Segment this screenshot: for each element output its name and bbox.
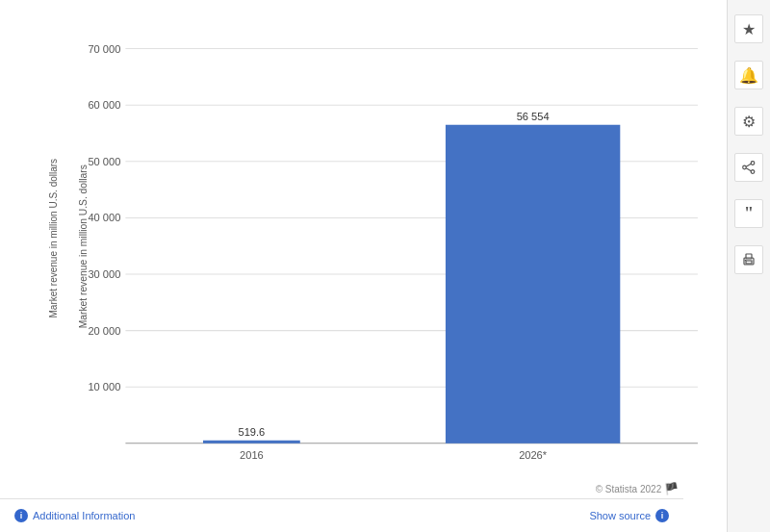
info-icon: i	[14, 509, 28, 522]
chart-inner: 70 000 60 000 50 000 40 000 30 000 20 00…	[77, 29, 707, 484]
svg-text:2026*: 2026*	[519, 449, 548, 461]
statista-credit: © Statista 2022 🏴	[596, 482, 679, 495]
additional-info-button[interactable]: i Additional Information	[14, 509, 135, 522]
print-icon[interactable]	[734, 245, 763, 274]
svg-text:50 000: 50 000	[88, 156, 120, 167]
svg-text:10 000: 10 000	[88, 381, 120, 393]
bookmark-icon[interactable]: ★	[734, 14, 763, 43]
gear-icon[interactable]: ⚙	[734, 107, 763, 136]
flag-icon: 🏴	[664, 482, 679, 495]
footer-right: Show source i	[589, 509, 669, 522]
svg-text:2016: 2016	[240, 449, 264, 461]
svg-text:70 000: 70 000	[88, 43, 120, 55]
footer: i Additional Information Show source i	[0, 498, 683, 532]
y-axis-label: Market revenue in million U.S. dollars	[48, 184, 59, 318]
chart-area: Market revenue in million U.S. dollars	[0, 0, 727, 532]
svg-text:519.6: 519.6	[239, 426, 266, 438]
quote-icon[interactable]: "	[734, 199, 763, 228]
chart-wrapper: Market revenue in million U.S. dollars	[10, 19, 717, 522]
svg-text:Market revenue in million U.S.: Market revenue in million U.S. dollars	[78, 165, 89, 328]
svg-text:20 000: 20 000	[88, 325, 120, 337]
svg-text:30 000: 30 000	[88, 268, 120, 280]
svg-point-28	[745, 260, 747, 262]
svg-text:60 000: 60 000	[88, 99, 120, 111]
show-source-button[interactable]: Show source	[589, 510, 651, 521]
svg-point-20	[751, 162, 755, 165]
source-info-icon[interactable]: i	[655, 509, 669, 522]
svg-text:40 000: 40 000	[88, 212, 120, 223]
bar-2026	[446, 125, 620, 443]
bar-2016	[203, 441, 300, 443]
svg-line-24	[746, 168, 751, 171]
svg-point-21	[743, 165, 747, 169]
svg-point-22	[751, 170, 755, 174]
svg-rect-27	[746, 261, 752, 264]
main-container: Market revenue in million U.S. dollars	[0, 0, 770, 532]
svg-text:56 554: 56 554	[517, 110, 550, 121]
bell-icon[interactable]: 🔔	[734, 61, 763, 89]
svg-line-23	[746, 164, 751, 166]
share-icon[interactable]	[734, 153, 763, 182]
sidebar: ★ 🔔 ⚙ "	[727, 0, 770, 532]
chart-svg: 70 000 60 000 50 000 40 000 30 000 20 00…	[77, 29, 707, 484]
